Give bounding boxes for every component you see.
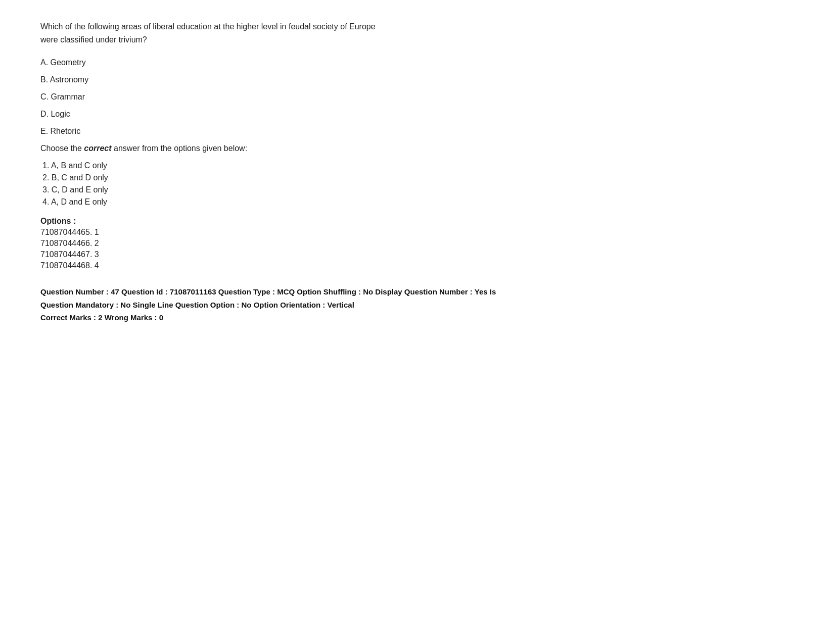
option-id-4: 71087044468. 4 [40,261,794,270]
answer-option-3: 3. C, D and E only [40,185,794,194]
option-a: A. Geometry [40,58,794,67]
option-id-3: 71087044467. 3 [40,250,794,259]
option-e: E. Rhetoric [40,127,794,136]
choose-instruction: Choose the correct answer from the optio… [40,144,794,153]
option-id-2: 71087044466. 2 [40,239,794,248]
answer-options-list: 1. A, B and C only 2. B, C and D only 3.… [40,161,794,207]
meta-line1: Question Number : 47 Question Id : 71087… [40,285,794,299]
meta-section: Question Number : 47 Question Id : 71087… [40,285,794,324]
answer-option-4: 4. A, D and E only [40,197,794,207]
option-b: B. Astronomy [40,75,794,84]
question-line1: Which of the following areas of liberal … [40,22,376,31]
meta-line2: Question Mandatory : No Single Line Ques… [40,299,794,312]
options-heading: Options : [40,217,794,226]
option-d: D. Logic [40,110,794,119]
answer-option-2: 2. B, C and D only [40,173,794,182]
option-c: C. Grammar [40,92,794,102]
question-text: Which of the following areas of liberal … [40,20,794,46]
meta-line3: Correct Marks : 2 Wrong Marks : 0 [40,311,794,324]
option-id-1: 71087044465. 1 [40,228,794,237]
answer-option-1: 1. A, B and C only [40,161,794,170]
question-line2: were classified under trivium? [40,35,147,44]
